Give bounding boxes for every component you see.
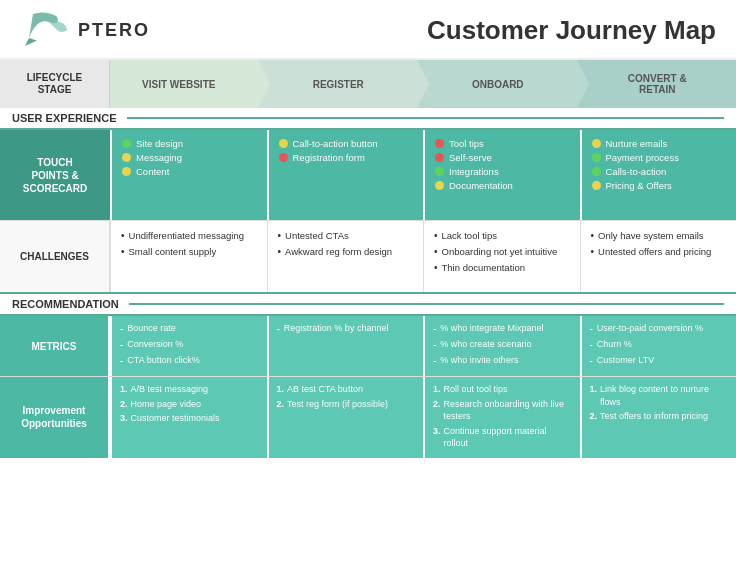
- stage-onboard: ONBOARD: [417, 60, 577, 108]
- stage-register: REGISTER: [258, 60, 418, 108]
- challenge-cell-4: •Only have system emails •Untested offer…: [580, 221, 737, 292]
- touch-item: Payment process: [592, 152, 727, 163]
- touch-cell-4: Nurture emails Payment process Calls-to-…: [580, 130, 737, 220]
- touch-item: Self-serve: [435, 152, 570, 163]
- improvement-cell-3: 1.Roll out tool tips 2.Research onboardi…: [423, 377, 580, 458]
- touch-cell-1: Site design Messaging Content: [110, 130, 267, 220]
- touch-cell-2: Call-to-action button Registration form: [267, 130, 424, 220]
- improvement-row: ImprovementOpportunities 1.A/B test mess…: [0, 377, 736, 458]
- challenge-cell-1: •Undifferentiated messaging •Small conte…: [110, 221, 267, 292]
- challenge-cell-3: •Lack tool tips •Onboarding not yet intu…: [423, 221, 580, 292]
- green-dot: [592, 167, 601, 176]
- metrics-label: METRICS: [0, 316, 110, 376]
- challenges-row: CHALLENGES •Undifferentiated messaging •…: [0, 220, 736, 292]
- touch-item: Documentation: [435, 180, 570, 191]
- page-title: Customer Journey Map: [427, 15, 716, 46]
- page: PTERO Customer Journey Map LIFECYCLESTAG…: [0, 0, 736, 570]
- yellow-dot: [122, 153, 131, 162]
- touch-item: Content: [122, 166, 257, 177]
- lifecycle-row: LIFECYCLESTAGE VISIT WEBSITE REGISTER ON…: [0, 60, 736, 108]
- red-dot: [435, 139, 444, 148]
- challenge-cell-2: •Untested CTAs •Awkward reg form design: [267, 221, 424, 292]
- yellow-dot: [592, 139, 601, 148]
- touch-item: Calls-to-action: [592, 166, 727, 177]
- challenges-label: CHALLENGES: [0, 221, 110, 292]
- touchpoints-label: TOUCHPOINTS &SCORECARD: [0, 130, 110, 220]
- yellow-dot: [435, 181, 444, 190]
- challenges-cells: •Undifferentiated messaging •Small conte…: [110, 221, 736, 292]
- yellow-dot: [592, 181, 601, 190]
- touch-item: Nurture emails: [592, 138, 727, 149]
- touch-cell-3: Tool tips Self-serve Integrations Docume…: [423, 130, 580, 220]
- touch-item: Site design: [122, 138, 257, 149]
- yellow-dot: [279, 139, 288, 148]
- metrics-cell-2: - Registration % by channel: [267, 316, 424, 376]
- user-experience-header: USER EXPERIENCE: [0, 108, 736, 130]
- recommendation-header: RECOMMENDATION: [0, 292, 736, 316]
- improvement-label: ImprovementOpportunities: [0, 377, 110, 458]
- touch-item: Registration form: [279, 152, 414, 163]
- improvement-cells: 1.A/B test messaging 2.Home page video 3…: [110, 377, 736, 458]
- lifecycle-stages: VISIT WEBSITE REGISTER ONBOARD CONVERT &…: [110, 60, 736, 108]
- stage-convert: CONVERT &RETAIN: [577, 60, 737, 108]
- improvement-cell-4: 1.Link blog content to nurture flows 2.T…: [580, 377, 737, 458]
- touchpoints-row: TOUCHPOINTS &SCORECARD Site design Messa…: [0, 130, 736, 220]
- improvement-cell-1: 1.A/B test messaging 2.Home page video 3…: [110, 377, 267, 458]
- touch-item: Tool tips: [435, 138, 570, 149]
- green-dot: [122, 139, 131, 148]
- touch-item: Integrations: [435, 166, 570, 177]
- touch-item: Call-to-action button: [279, 138, 414, 149]
- touch-item: Pricing & Offers: [592, 180, 727, 191]
- red-dot: [435, 153, 444, 162]
- touch-item: Messaging: [122, 152, 257, 163]
- red-dot: [279, 153, 288, 162]
- metrics-row: METRICS - Bounce rate - Conversion % - C…: [0, 316, 736, 377]
- green-dot: [435, 167, 444, 176]
- green-dot: [592, 153, 601, 162]
- metrics-cell-1: - Bounce rate - Conversion % - CTA butto…: [110, 316, 267, 376]
- lifecycle-label: LIFECYCLESTAGE: [0, 60, 110, 108]
- logo-icon: [20, 10, 70, 50]
- improvement-cell-2: 1.AB test CTA button 2.Test reg form (if…: [267, 377, 424, 458]
- yellow-dot: [122, 167, 131, 176]
- touchpoints-cells: Site design Messaging Content Call-to-ac…: [110, 130, 736, 220]
- logo-text: PTERO: [78, 20, 150, 41]
- metrics-cells: - Bounce rate - Conversion % - CTA butto…: [110, 316, 736, 376]
- stage-visit: VISIT WEBSITE: [110, 60, 258, 108]
- logo: PTERO: [20, 10, 150, 50]
- metrics-cell-3: - % who integrate Mixpanel - % who creat…: [423, 316, 580, 376]
- header: PTERO Customer Journey Map: [0, 0, 736, 60]
- metrics-cell-4: - User-to-paid conversion % - Churn % - …: [580, 316, 737, 376]
